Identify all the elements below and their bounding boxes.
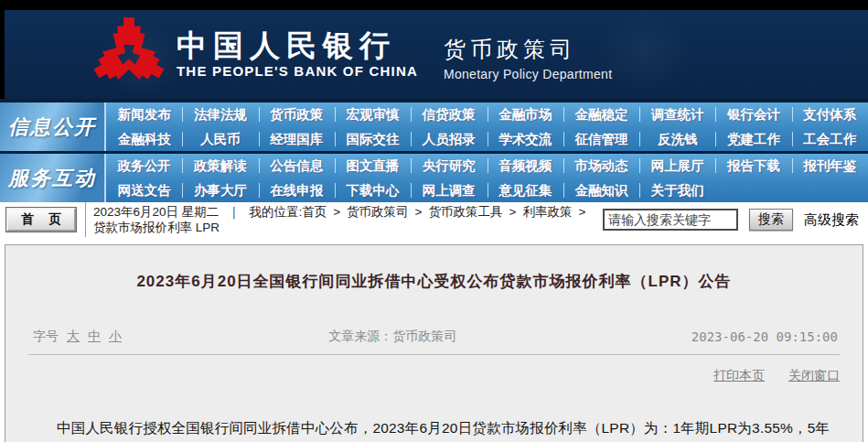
nav-item[interactable]: 宏观审慎 (335, 102, 411, 126)
nav-item[interactable]: 金融稳定 (563, 102, 639, 126)
article-tools: 打印本页 关闭窗口 (28, 368, 840, 384)
breadcrumb-link[interactable]: 货币政策司 (347, 205, 409, 219)
close-window-link[interactable]: 关闭窗口 (788, 368, 840, 383)
nav-item[interactable]: 信贷政策 (411, 102, 487, 126)
nav-item[interactable]: 支付体系 (792, 102, 868, 126)
article-datetime: 2023-06-20 09:15:00 (613, 329, 840, 344)
nav-item[interactable]: 人员招录 (411, 127, 487, 151)
nav-item[interactable]: 货币政策 (259, 102, 335, 126)
department-name-en: Monetary Policy Department (444, 67, 612, 81)
article-meta-row: 字号大中小 文章来源：货币政策司 2023-06-20 09:15:00 (28, 329, 840, 355)
search-button[interactable]: 搜索 (749, 209, 793, 231)
pipe-separator: ｜ (228, 205, 240, 219)
crumb-separator: > (415, 205, 423, 219)
nav-item[interactable]: 金融市场 (488, 102, 563, 126)
nav-item[interactable]: 图文直播 (335, 154, 411, 178)
nav-item[interactable]: 反洗钱 (639, 127, 715, 151)
nav-item[interactable]: 人民币 (182, 127, 258, 151)
nav-row: 网送文告办事大厅在线申报下载中心网上调查意见征集金融知识关于我们 (106, 178, 868, 202)
nav-item[interactable]: 政务公开 (106, 154, 182, 178)
nav-item[interactable]: 经理国库 (259, 127, 335, 151)
breadcrumb-divider (85, 202, 86, 237)
nav-item[interactable]: 金融知识 (563, 178, 639, 202)
nav-item[interactable]: 央行研究 (411, 154, 487, 178)
nav-item[interactable]: 公告信息 (259, 154, 335, 178)
nav-item[interactable]: 网送文告 (106, 178, 182, 202)
crumb-separator: > (509, 205, 516, 219)
nav-item[interactable]: 关于我们 (639, 178, 715, 202)
nav-section-label[interactable]: 信息公开 (0, 102, 106, 151)
content-area: 2023年6月20日全国银行间同业拆借中心受权公布贷款市场报价利率（LPR）公告… (0, 237, 868, 442)
home-button[interactable]: 首 页 (6, 208, 76, 232)
department-name-cn: 货币政策司 (444, 35, 612, 64)
font-size-link[interactable]: 小 (109, 329, 122, 343)
breadcrumb-bar: 首 页 2023年6月20日 星期二｜我的位置:首页>货币政策司>货币政策工具>… (0, 202, 868, 237)
font-size-link[interactable]: 中 (88, 329, 101, 343)
bank-title-block: 中国人民银行 THE PEOPLE'S BANK OF CHINA (177, 30, 418, 80)
nav-item[interactable]: 银行会计 (715, 102, 791, 126)
nav-row: 新闻发布法律法规货币政策宏观审慎信贷政策金融市场金融稳定调查统计银行会计支付体系 (106, 102, 868, 126)
nav-section: 信息公开新闻发布法律法规货币政策宏观审慎信贷政策金融市场金融稳定调查统计银行会计… (0, 102, 868, 151)
nav-item[interactable]: 党建工作 (715, 127, 791, 151)
search-zone: 搜索 高级搜索 (603, 209, 864, 231)
print-page-link[interactable]: 打印本页 (713, 368, 765, 383)
nav-row: 金融科技人民币经理国库国际交往人员招录学术交流征信管理反洗钱党建工作工会工作 (106, 127, 868, 151)
nav-item[interactable]: 网上调查 (411, 178, 487, 202)
nav-item[interactable]: 意见征集 (488, 178, 563, 202)
pboc-logo-svg (89, 15, 169, 95)
nav-item[interactable]: 法律法规 (182, 102, 258, 126)
nav-item[interactable]: 音频视频 (488, 154, 563, 178)
nav-item[interactable]: 新闻发布 (106, 102, 182, 126)
nav-empty-cell (792, 178, 868, 202)
font-size-controls: 字号大中小 (28, 329, 328, 345)
current-date-text: 2023年6月20日 星期二 (93, 205, 219, 219)
breadcrumb: 2023年6月20日 星期二｜我的位置:首页>货币政策司>货币政策工具>利率政策… (93, 204, 603, 235)
nav-item[interactable]: 办事大厅 (182, 178, 258, 202)
breadcrumb-link[interactable]: 利率政策 (522, 205, 572, 219)
article-source: 文章来源：货币政策司 (328, 329, 612, 345)
breadcrumb-home-link[interactable]: 我的位置:首页 (249, 205, 327, 219)
nav-item[interactable]: 征信管理 (563, 127, 639, 151)
font-size-label: 字号 (33, 329, 59, 343)
nav-row: 政务公开政策解读公告信息图文直播央行研究音频视频市场动态网上展厅报告下载报刊年鉴 (106, 154, 868, 178)
nav-item[interactable]: 下载中心 (335, 178, 411, 202)
nav-empty-cell (715, 178, 791, 202)
nav-item[interactable]: 工会工作 (792, 127, 868, 151)
nav-item[interactable]: 政策解读 (182, 154, 258, 178)
breadcrumb-link[interactable]: 贷款市场报价利率 LPR (93, 221, 220, 234)
nav-item[interactable]: 报告下载 (715, 154, 791, 178)
breadcrumb-link[interactable]: 货币政策工具 (428, 205, 502, 219)
bank-name-cn: 中国人民银行 (177, 30, 418, 62)
top-black-bar (0, 0, 868, 10)
article-title: 2023年6月20日全国银行间同业拆借中心受权公布贷款市场报价利率（LPR）公告 (28, 271, 840, 292)
nav-item[interactable]: 市场动态 (563, 154, 639, 178)
font-size-link[interactable]: 大 (67, 329, 80, 343)
article-panel: 2023年6月20日全国银行间同业拆借中心受权公布贷款市场报价利率（LPR）公告… (5, 244, 863, 442)
main-nav: 信息公开新闻发布法律法规货币政策宏观审慎信贷政策金融市场金融稳定调查统计银行会计… (0, 99, 868, 202)
crumb-separator: > (333, 205, 340, 219)
nav-item[interactable]: 报刊年鉴 (792, 154, 868, 178)
nav-section-label[interactable]: 服务互动 (0, 154, 106, 202)
nav-section: 服务互动政务公开政策解读公告信息图文直播央行研究音频视频市场动态网上展厅报告下载… (0, 154, 868, 202)
nav-item[interactable]: 调查统计 (639, 102, 715, 126)
pboc-logo-icon[interactable] (87, 15, 171, 95)
advanced-search-link[interactable]: 高级搜索 (804, 211, 859, 229)
crumb-separator: > (578, 205, 585, 219)
nav-item[interactable]: 学术交流 (488, 127, 563, 151)
site-header: 中国人民银行 THE PEOPLE'S BANK OF CHINA 货币政策司 … (0, 10, 868, 99)
nav-item[interactable]: 金融科技 (106, 127, 182, 151)
bank-name-en: THE PEOPLE'S BANK OF CHINA (177, 63, 418, 79)
department-title-block: 货币政策司 Monetary Policy Department (444, 27, 612, 81)
source-value: 货币政策司 (392, 329, 456, 343)
nav-item[interactable]: 国际交往 (335, 127, 411, 151)
source-label: 文章来源： (328, 329, 392, 343)
nav-item[interactable]: 在线申报 (259, 178, 335, 202)
search-input[interactable] (603, 209, 738, 231)
article-body: 中国人民银行授权全国银行间同业拆借中心公布，2023年6月20日贷款市场报价利率… (28, 414, 840, 442)
nav-item[interactable]: 网上展厅 (639, 154, 715, 178)
